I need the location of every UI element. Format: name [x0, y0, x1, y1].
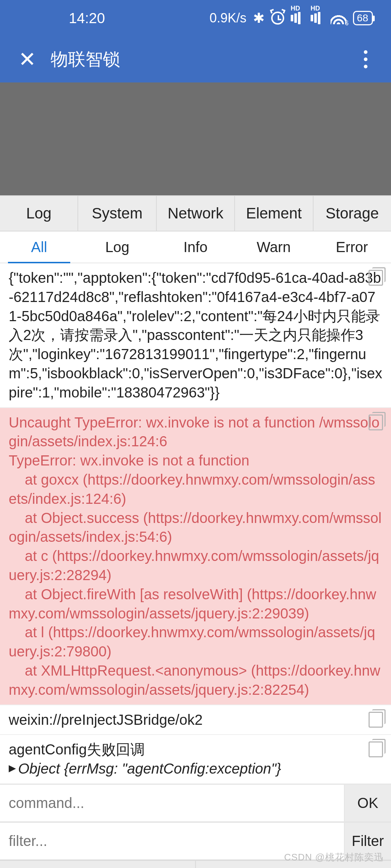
log-level-tabs: All Log Info Warn Error — [0, 231, 391, 263]
log-entry-json[interactable]: {"token":"","apptoken":{"token":"cd7f0d9… — [0, 263, 391, 408]
status-right: 0.9K/s ✱ HD HD 6 68 — [170, 10, 373, 26]
subtab-warn[interactable]: Warn — [235, 231, 313, 263]
status-time: 14:20 — [69, 10, 105, 26]
clear-button[interactable]: Clear — [0, 861, 196, 868]
log-entry-agentconfig[interactable]: agentConfig失败回调 ▸Object {errMsg: "agentC… — [0, 735, 391, 784]
copy-icon[interactable] — [369, 414, 383, 430]
log-object[interactable]: ▸Object {errMsg: "agentConfig:exception"… — [9, 761, 281, 776]
log-entry-weixin[interactable]: weixin://preInjectJSBridge/ok2 — [0, 705, 391, 735]
log-title: agentConfig失败回调 — [9, 741, 145, 757]
tab-storage[interactable]: Storage — [314, 196, 391, 231]
tab-element[interactable]: Element — [235, 196, 313, 231]
devtools-primary-tabs: Log System Network Element Storage — [0, 195, 391, 231]
tab-log[interactable]: Log — [0, 196, 78, 231]
copy-icon[interactable] — [369, 712, 383, 728]
signal-2-icon: HD — [311, 12, 324, 24]
app-title: 物联智锁 — [51, 48, 351, 71]
net-speed: 0.9K/s — [210, 10, 247, 26]
subtab-info[interactable]: Info — [156, 231, 235, 263]
expand-arrow-icon[interactable]: ▸ — [9, 758, 16, 777]
log-text: {"token":"","apptoken":{"token":"cd7f0d9… — [9, 270, 382, 400]
app-bar: ✕ 物联智锁 — [0, 36, 391, 82]
status-bar: 14:20 0.9K/s ✱ HD HD 6 68 — [0, 0, 391, 36]
webview-area — [0, 82, 391, 195]
tab-system[interactable]: System — [78, 196, 156, 231]
subtab-error[interactable]: Error — [313, 231, 391, 263]
watermark: CSDN @桃花村陈奕迅 — [284, 851, 384, 864]
subtab-log[interactable]: Log — [78, 231, 156, 263]
copy-icon[interactable] — [369, 270, 383, 286]
log-entry-error[interactable]: Uncaught TypeError: wx.invoke is not a f… — [0, 408, 391, 705]
log-error-text: Uncaught TypeError: wx.invoke is not a f… — [9, 414, 382, 698]
bluetooth-icon: ✱ — [253, 10, 265, 26]
log-panel[interactable]: {"token":"","apptoken":{"token":"cd7f0d9… — [0, 263, 391, 784]
command-ok-button[interactable]: OK — [344, 785, 391, 821]
copy-icon[interactable] — [369, 741, 383, 757]
signal-1-icon: HD — [291, 12, 304, 24]
wifi-icon: 6 — [331, 12, 346, 24]
close-icon[interactable]: ✕ — [11, 47, 43, 72]
alarm-icon — [271, 12, 284, 25]
log-text: weixin://preInjectJSBridge/ok2 — [9, 712, 203, 728]
command-input[interactable] — [0, 785, 344, 821]
battery-icon: 68 — [353, 11, 373, 25]
command-row: OK — [0, 784, 391, 822]
subtab-all[interactable]: All — [0, 231, 78, 263]
tab-network[interactable]: Network — [157, 196, 235, 231]
more-menu-icon[interactable] — [351, 50, 380, 68]
